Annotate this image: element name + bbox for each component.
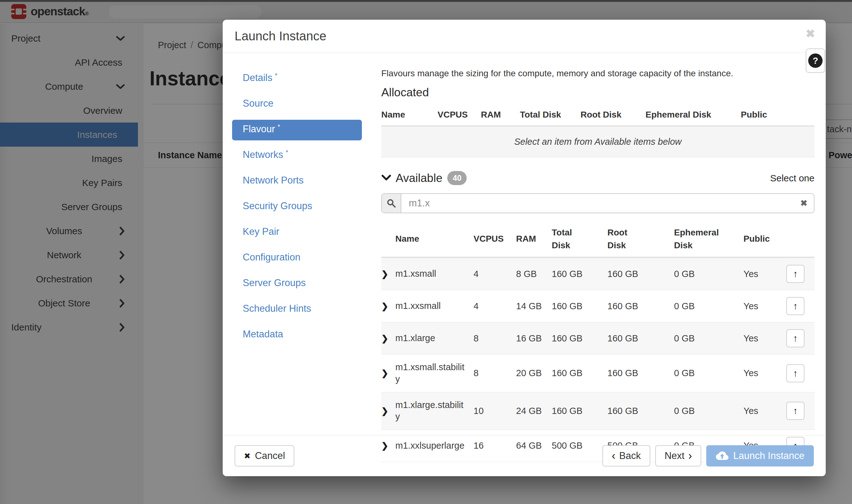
expand-chevron-icon[interactable]: ❯ <box>381 334 389 343</box>
search-icon <box>382 194 401 213</box>
up-arrow-icon: ↑ <box>793 301 798 311</box>
allocated-empty-message: Select an item from Available items belo… <box>381 126 815 157</box>
up-arrow-icon: ↑ <box>793 269 798 279</box>
flavour-name: m1.xxsmall <box>395 290 474 322</box>
expand-chevron-icon[interactable]: ❯ <box>381 302 389 311</box>
cloud-upload-icon <box>716 451 729 461</box>
flavour-search-bar: ✖ <box>381 193 815 213</box>
expand-chevron-icon[interactable]: ❯ <box>381 407 389 416</box>
wizard-tab-key-pair[interactable]: Key Pair <box>232 222 362 243</box>
search-input[interactable] <box>401 194 794 213</box>
clear-search-icon[interactable]: ✖ <box>794 194 814 213</box>
dialog-footer: ✖ Cancel ‹ Back Next › Launch Instance <box>223 435 826 476</box>
flavour-name: m1.xlarge.stability <box>395 392 474 430</box>
allocate-up-button[interactable]: ↑ <box>786 329 804 347</box>
step-description: Flavours manage the sizing for the compu… <box>381 69 815 78</box>
back-button[interactable]: ‹ Back <box>602 445 650 467</box>
allocate-up-button[interactable]: ↑ <box>786 265 804 283</box>
launch-instance-button[interactable]: Launch Instance <box>706 445 814 467</box>
available-header-row: Name VCPUS RAM Total Disk Root Disk Ephe… <box>381 221 815 257</box>
launch-instance-dialog: Launch Instance ✖ ? Details* Source Flav… <box>223 20 826 476</box>
required-asterisk: * <box>286 148 288 156</box>
up-arrow-icon: ↑ <box>793 368 798 379</box>
flavour-row: ❯ m1.xxsmall 4 14 GB 160 GB 160 GB 0 GB … <box>381 290 815 322</box>
allocate-up-button[interactable]: ↑ <box>786 364 804 382</box>
cancel-button[interactable]: ✖ Cancel <box>235 445 294 467</box>
wizard-nav: Details* Source Flavour* Networks* Netwo… <box>232 69 362 435</box>
wizard-tab-security-groups[interactable]: Security Groups <box>232 197 362 217</box>
wizard-tab-metadata[interactable]: Metadata <box>232 325 362 345</box>
close-icon[interactable]: ✖ <box>806 27 815 40</box>
wizard-tab-flavour[interactable]: Flavour* <box>232 120 362 140</box>
allocate-up-button[interactable]: ↑ <box>786 297 804 315</box>
flavour-row: ❯ m1.xsmall.stability 8 20 GB 160 GB 160… <box>381 355 815 392</box>
help-button[interactable]: ? <box>806 49 825 73</box>
available-header: Available 40 Select one <box>381 171 815 185</box>
next-button[interactable]: Next › <box>655 445 702 467</box>
wizard-tab-network-ports[interactable]: Network Ports <box>232 171 362 192</box>
flavour-row: ❯ m1.xlarge.stability 10 24 GB 160 GB 16… <box>381 392 815 430</box>
available-count-badge: 40 <box>447 171 467 185</box>
select-one-hint: Select one <box>770 173 815 183</box>
available-table: Name VCPUS RAM Total Disk Root Disk Ephe… <box>381 221 815 462</box>
allocate-up-button[interactable]: ↑ <box>786 402 804 420</box>
wizard-tab-configuration[interactable]: Configuration <box>232 248 362 269</box>
wizard-tab-details[interactable]: Details* <box>232 69 362 89</box>
flavour-row: ❯ m1.xsmall 4 8 GB 160 GB 160 GB 0 GB Ye… <box>381 257 815 290</box>
allocated-empty-row: Select an item from Available items belo… <box>381 126 815 157</box>
up-arrow-icon: ↑ <box>793 333 798 344</box>
required-asterisk: * <box>278 123 280 130</box>
wizard-tab-scheduler-hints[interactable]: Scheduler Hints <box>232 299 362 320</box>
allocated-header-row: Name VCPUS RAM Total Disk Root Disk Ephe… <box>381 104 815 126</box>
dialog-body: Details* Source Flavour* Networks* Netwo… <box>223 53 826 435</box>
wizard-tab-source[interactable]: Source <box>232 94 362 115</box>
flavour-row: ❯ m1.xlarge 8 16 GB 160 GB 160 GB 0 GB Y… <box>381 322 815 355</box>
dialog-title: Launch Instance <box>235 29 326 43</box>
flavour-step-content: Flavours manage the sizing for the compu… <box>381 69 815 435</box>
wizard-tab-server-groups[interactable]: Server Groups <box>232 274 362 294</box>
available-heading: Available <box>396 172 442 185</box>
dialog-header: Launch Instance <box>223 20 826 53</box>
up-arrow-icon: ↑ <box>793 406 798 416</box>
allocated-table: Name VCPUS RAM Total Disk Root Disk Ephe… <box>381 104 815 157</box>
flavour-name: m1.xlarge <box>395 322 474 355</box>
required-asterisk: * <box>275 72 278 79</box>
question-mark-icon: ? <box>808 53 822 68</box>
cancel-x-icon: ✖ <box>244 451 250 461</box>
wizard-tab-networks[interactable]: Networks* <box>232 145 362 166</box>
expand-chevron-icon[interactable]: ❯ <box>381 368 389 378</box>
allocated-heading: Allocated <box>381 86 815 99</box>
expand-chevron-icon[interactable]: ❯ <box>381 270 389 279</box>
flavour-name: m1.xsmall.stability <box>395 355 474 392</box>
collapse-chevron-down-icon[interactable] <box>381 174 391 182</box>
flavour-name: m1.xsmall <box>395 257 474 290</box>
